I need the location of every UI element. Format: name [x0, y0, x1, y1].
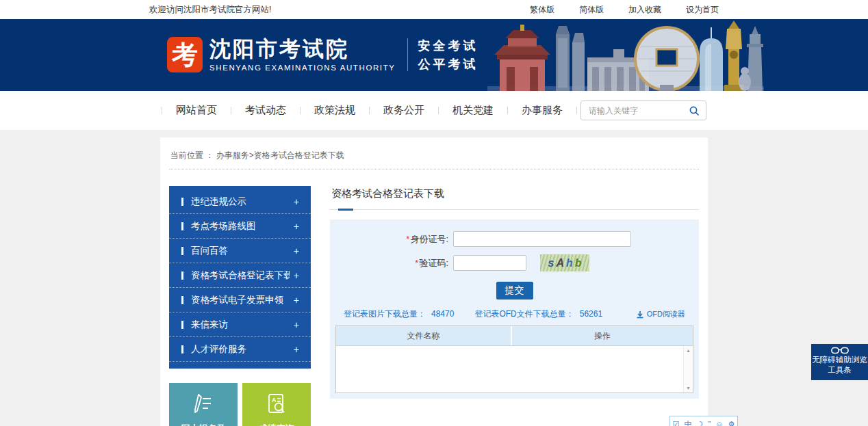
seal-icon: 考 — [167, 38, 203, 73]
page-title: 资格考试合格登记表下载 — [330, 186, 699, 209]
slogan: 安全考试 公平考试 — [418, 36, 478, 75]
expand-plus-icon[interactable]: + — [294, 245, 299, 256]
item-marker — [181, 247, 183, 255]
expand-plus-icon[interactable]: + — [294, 270, 299, 281]
tile-online-registration[interactable]: 网上报名及 准考证打印 — [169, 383, 238, 426]
captcha-label: *验证码: — [335, 257, 453, 269]
download-icon — [636, 310, 644, 319]
captcha-input[interactable] — [453, 255, 526, 271]
link-simplified-version[interactable]: 简体版 — [579, 4, 604, 16]
column-header-filename: 文件名称 — [336, 326, 512, 345]
accessibility-mini-toolbar: ☑ 中 ☽ ” ☺ ⚙ — [669, 416, 738, 426]
title-accent-bar — [338, 209, 353, 211]
content-container: 当前位置 ： 办事服务>资格考试合格登记表下载 违纪违规公示 + 考点考场路线图… — [160, 137, 708, 426]
sidebar-item-faq[interactable]: 百问百答 + — [169, 239, 311, 263]
pen-form-icon — [192, 392, 215, 416]
breadcrumb-current: 资格考试合格登记表下载 — [254, 150, 344, 160]
accessibility-label-line2: 工具条 — [811, 365, 868, 375]
svg-text:A: A — [272, 397, 277, 403]
breadcrumb-section-link[interactable]: 办事服务 — [216, 150, 249, 160]
ofd-download-value: 56261 — [580, 309, 602, 319]
item-marker — [181, 222, 183, 230]
user-icon[interactable]: ☺ — [715, 421, 723, 426]
nav-divider — [576, 107, 577, 114]
nav-item-policies[interactable]: 政策法规 — [314, 104, 355, 117]
score-search-icon: A — [265, 392, 288, 416]
ofd-reader-link[interactable]: OFD阅读器 — [636, 309, 685, 319]
submit-button[interactable]: 提交 — [496, 282, 533, 299]
site-logo[interactable]: 考 沈阳市考试院 SHENYANG EXAMINATIONS AUTHORITY… — [167, 36, 478, 75]
site-title-en: SHENYANG EXAMINATIONS AUTHORITY — [209, 64, 396, 72]
scroll-up-arrow-icon[interactable]: ▲ — [686, 348, 691, 353]
id-number-input[interactable] — [453, 231, 631, 247]
nav-item-party-building[interactable]: 机关党建 — [452, 104, 494, 117]
breadcrumb-label: 当前位置 ： — [170, 150, 214, 160]
sidebar-item-registration-form-download[interactable]: 资格考试合格登记表下载 + — [169, 263, 311, 288]
site-header: 考 沈阳市考试院 SHENYANG EXAMINATIONS AUTHORITY… — [0, 19, 868, 91]
sidebar-item-venue-maps[interactable]: 考点考场路线图 + — [169, 214, 311, 239]
title-divider — [330, 209, 699, 210]
sidebar-item-letters-visits[interactable]: 来信来访 + — [169, 312, 311, 337]
accessibility-label-line1: 无障碍辅助浏览 — [811, 355, 868, 365]
expand-plus-icon[interactable]: + — [294, 344, 299, 355]
breadcrumb-separator: > — [249, 150, 254, 160]
captcha-image[interactable]: s A h b — [540, 254, 589, 271]
file-table: 文件名称 操作 ▲ ▼ — [335, 325, 693, 393]
item-marker — [181, 296, 183, 304]
welcome-text: 欢迎访问沈阳市考试院官方网站! — [149, 4, 271, 16]
sidebar-item-talent-evaluation[interactable]: 人才评价服务 + — [169, 337, 311, 362]
column-header-action: 操作 — [512, 326, 693, 345]
expand-plus-icon[interactable]: + — [294, 319, 299, 330]
seal-character: 考 — [172, 42, 198, 68]
chinese-lang-icon[interactable]: 中 — [684, 421, 691, 426]
nav-item-gov-disclosure[interactable]: 政务公开 — [383, 104, 424, 117]
link-add-favorite[interactable]: 加入收藏 — [628, 4, 661, 16]
sidebar-item-e-invoice[interactable]: 资格考试电子发票申领 + — [169, 288, 311, 312]
nav-divider — [231, 107, 231, 114]
scroll-down-arrow-icon[interactable]: ▼ — [686, 386, 691, 390]
table-scrollbar[interactable]: ▲ ▼ — [683, 346, 693, 392]
select-all-icon[interactable]: ☑ — [673, 421, 680, 426]
item-marker — [181, 321, 183, 329]
glasses-icon — [831, 347, 849, 354]
search-icon[interactable] — [689, 105, 700, 116]
nav-divider — [162, 107, 162, 114]
night-mode-icon[interactable]: ☽ — [697, 421, 704, 426]
download-form-panel: *身份证号: *验证码: s A h b 提交 登记表图片下 — [330, 219, 699, 399]
required-asterisk: * — [415, 258, 418, 268]
sidebar-menu: 违纪违规公示 + 考点考场路线图 + 百问百答 + 资格考试合格登记表下载 + — [169, 186, 311, 369]
top-bar: 欢迎访问沈阳市考试院官方网站! 繁体版 简体版 加入收藏 设为首页 — [0, 0, 868, 19]
search-box — [580, 101, 706, 120]
slogan-line-2: 公平考试 — [418, 55, 478, 75]
main-nav: 网站首页 考试动态 政策法规 政务公开 机关党建 办事服务 — [0, 91, 868, 130]
cityscape-banner-image — [487, 19, 764, 91]
settings-icon[interactable]: ⚙ — [728, 421, 735, 426]
nav-item-home[interactable]: 网站首页 — [176, 104, 217, 117]
expand-plus-icon[interactable]: + — [294, 196, 299, 207]
link-traditional-version[interactable]: 繁体版 — [530, 4, 554, 16]
image-download-value: 48470 — [431, 309, 454, 319]
file-table-body: ▲ ▼ — [336, 346, 693, 392]
item-marker — [181, 271, 183, 280]
logo-divider — [407, 39, 408, 72]
search-input[interactable] — [587, 105, 689, 116]
tile-score-query[interactable]: A 成绩查询 — [242, 383, 311, 426]
nav-divider — [369, 107, 370, 114]
nav-divider — [507, 107, 508, 114]
image-download-count: 登记表图片下载总量：48470 — [344, 308, 454, 320]
accessibility-toolbar-button[interactable]: 无障碍辅助浏览 工具条 — [811, 344, 868, 380]
slogan-line-1: 安全考试 — [418, 36, 478, 55]
read-aloud-icon[interactable]: ” — [709, 421, 711, 426]
nav-item-services[interactable]: 办事服务 — [522, 104, 563, 117]
sidebar-item-violations[interactable]: 违纪违规公示 + — [169, 189, 311, 214]
nav-divider — [438, 107, 439, 114]
expand-plus-icon[interactable]: + — [294, 221, 299, 232]
required-asterisk: * — [406, 234, 409, 244]
nav-item-exam-news[interactable]: 考试动态 — [245, 104, 286, 117]
ofd-download-count: 登记表OFD文件下载总量：56261 — [474, 308, 602, 320]
breadcrumb: 当前位置 ： 办事服务>资格考试合格登记表下载 — [169, 140, 699, 170]
expand-plus-icon[interactable]: + — [294, 295, 299, 306]
nav-divider — [300, 107, 301, 114]
link-set-homepage[interactable]: 设为首页 — [686, 4, 719, 16]
site-title: 沈阳市考试院 — [209, 38, 396, 61]
